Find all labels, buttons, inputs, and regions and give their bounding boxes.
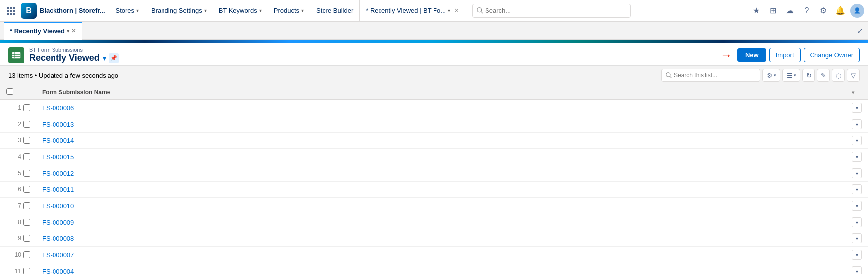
close-icon[interactable]: ✕ [454,7,459,14]
setup-icon[interactable]: ⚙ [816,4,830,18]
row-dropdown-button[interactable]: ▾ [852,168,862,178]
row-dropdown-button[interactable]: ▾ [852,266,862,274]
row-dropdown-button[interactable]: ▾ [852,103,862,113]
search-list-input[interactable] [674,72,756,79]
table-view-button[interactable]: ☰▾ [782,69,800,82]
nav-tab-storebuilder[interactable]: Store Builder [310,0,360,22]
new-button[interactable]: New [737,48,766,62]
filter-button[interactable]: ▽ [847,69,860,82]
top-nav: B Blackthorn | Storefr... Stores ▾ Brand… [0,0,868,22]
row-action-cell: ▾ [846,214,868,230]
edit-button[interactable]: ✎ [817,69,830,82]
table-body: 1 FS-000006 ▾ 2 FS-000013 ▾ 3 [0,100,868,274]
table-row: 9 FS-000008 ▾ [0,230,868,247]
plus-icon[interactable]: ⊞ [766,4,780,18]
row-checkbox[interactable] [23,219,30,226]
form-submission-link[interactable]: FS-000008 [42,235,74,242]
form-submission-link[interactable]: FS-000006 [42,104,74,112]
global-search-input[interactable] [485,7,626,14]
item-count-text: 13 items • Updated a few seconds ago [8,72,118,79]
form-submission-link[interactable]: FS-000013 [42,121,74,128]
toolbar-row: 13 items • Updated a few seconds ago ⚙▾ … [0,66,868,85]
star-icon[interactable]: ★ [749,4,763,18]
row-checkbox[interactable] [23,153,30,160]
row-dropdown-button[interactable]: ▾ [852,184,862,194]
form-submission-link[interactable]: FS-000009 [42,219,74,226]
row-name-cell: FS-000004 [36,263,846,274]
change-owner-button[interactable]: Change Owner [804,48,860,62]
cloud-icon[interactable]: ☁ [783,4,797,18]
row-number: 4 [6,153,21,160]
row-name-cell: FS-000012 [36,165,846,182]
row-name-cell: FS-000006 [36,100,846,116]
import-button[interactable]: Import [769,48,801,62]
row-dropdown-button[interactable]: ▾ [852,250,862,260]
pin-button[interactable]: 📌 [109,53,119,63]
app-logo[interactable]: B [21,3,37,19]
row-dropdown-button[interactable]: ▾ [852,201,862,211]
tab-recently-viewed-active[interactable]: * Recently Viewed ▾ ✕ [4,22,82,40]
svg-rect-8 [13,13,15,15]
help-icon[interactable]: ? [800,4,814,18]
row-dropdown-button[interactable]: ▾ [852,217,862,227]
row-checkbox[interactable] [23,235,30,242]
row-action-cell: ▾ [846,182,868,198]
global-search-box[interactable] [472,4,631,18]
row-number: 1 [6,104,21,111]
row-checkbox[interactable] [23,104,30,111]
notification-icon[interactable]: 🔔 [833,4,847,18]
chevron-down-icon: ▾ [852,90,854,95]
maximize-icon[interactable]: ⤢ [852,27,868,35]
row-checkbox[interactable] [23,121,30,128]
row-checkbox-cell: 9 [0,230,36,247]
chevron-down-icon: ▾ [67,28,69,34]
row-checkbox[interactable] [23,202,30,209]
chevron-down-icon: ▾ [259,8,262,13]
search-list-box[interactable] [661,69,760,82]
form-submission-link[interactable]: FS-000007 [42,251,74,259]
form-submission-link[interactable]: FS-000015 [42,153,74,161]
nav-tab-branding[interactable]: Branding Settings ▾ [145,0,213,22]
list-title-group: BT Form Submissions Recently Viewed ▾ 📌 [29,47,119,63]
row-checkbox[interactable] [23,186,30,193]
svg-rect-2 [13,7,15,9]
user-avatar[interactable]: 👤 [850,4,864,18]
row-dropdown-button[interactable]: ▾ [852,233,862,243]
svg-rect-0 [7,7,9,9]
settings-button[interactable]: ⚙▾ [762,69,780,82]
refresh-button[interactable]: ↻ [802,69,815,82]
row-action-cell: ▾ [846,198,868,214]
row-dropdown-button[interactable]: ▾ [852,136,862,145]
nav-tab-btkeywords[interactable]: BT Keywords ▾ [213,0,268,22]
row-checkbox[interactable] [23,170,30,177]
table-wrapper: Form Submission Name ▾ 1 FS-000006 [0,85,868,274]
form-submission-link[interactable]: FS-000014 [42,137,74,144]
form-submission-link[interactable]: FS-000011 [42,186,74,193]
chevron-down-icon: ▾ [301,8,304,13]
select-all-checkbox[interactable] [6,88,13,95]
form-submission-link[interactable]: FS-000004 [42,268,74,274]
row-action-cell: ▾ [846,263,868,274]
list-title-chevron-icon[interactable]: ▾ [103,54,106,62]
nav-tab-products[interactable]: Products ▾ [268,0,310,22]
chevron-down-icon: ▾ [136,8,139,13]
chart-button[interactable]: ◌ [832,69,845,82]
table-row: 2 FS-000013 ▾ [0,116,868,133]
row-dropdown-button[interactable]: ▾ [852,119,862,129]
table-header-row: Form Submission Name ▾ [0,85,868,100]
grid-menu-icon[interactable] [4,4,18,18]
row-checkbox-cell: 6 [0,182,36,198]
nav-tab-stores[interactable]: Stores ▾ [110,0,146,22]
form-submission-link[interactable]: FS-000010 [42,202,74,210]
row-checkbox[interactable] [23,251,30,258]
row-dropdown-button[interactable]: ▾ [852,152,862,162]
row-checkbox[interactable] [23,137,30,144]
form-submission-link[interactable]: FS-000012 [42,170,74,177]
list-view-icon [8,47,24,63]
close-icon[interactable]: ✕ [71,28,76,34]
nav-tab-recently1[interactable]: * Recently Viewed | BT Fo... ▾ ✕ [360,0,465,22]
row-checkbox-cell: 4 [0,149,36,165]
col-sort: Form Submission Name [42,89,840,96]
row-number: 9 [6,235,21,242]
row-checkbox[interactable] [23,268,30,274]
